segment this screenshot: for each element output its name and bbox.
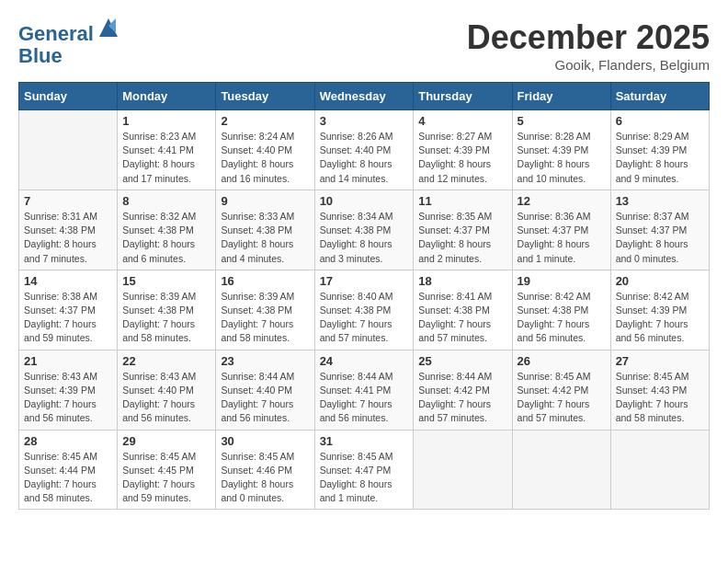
logo: General Blue: [18, 18, 121, 67]
day-info: Sunrise: 8:38 AM Sunset: 4:37 PM Dayligh…: [24, 290, 112, 346]
calendar-table: SundayMondayTuesdayWednesdayThursdayFrid…: [18, 82, 710, 510]
calendar-cell: 21Sunrise: 8:43 AM Sunset: 4:39 PM Dayli…: [19, 350, 118, 430]
calendar-cell: 4Sunrise: 8:27 AM Sunset: 4:39 PM Daylig…: [414, 110, 512, 190]
day-number: 20: [616, 274, 704, 288]
calendar-cell: 31Sunrise: 8:45 AM Sunset: 4:47 PM Dayli…: [314, 430, 414, 510]
calendar-cell: 11Sunrise: 8:35 AM Sunset: 4:37 PM Dayli…: [414, 190, 512, 270]
title-block: December 2025 Gooik, Flanders, Belgium: [467, 18, 710, 73]
weekday-header-wednesday: Wednesday: [314, 83, 414, 110]
calendar-cell: 7Sunrise: 8:31 AM Sunset: 4:38 PM Daylig…: [19, 190, 118, 270]
day-info: Sunrise: 8:42 AM Sunset: 4:39 PM Dayligh…: [616, 290, 704, 346]
day-info: Sunrise: 8:26 AM Sunset: 4:40 PM Dayligh…: [320, 130, 409, 186]
day-info: Sunrise: 8:39 AM Sunset: 4:38 PM Dayligh…: [122, 290, 210, 346]
day-number: 4: [418, 114, 506, 128]
calendar-cell: 19Sunrise: 8:42 AM Sunset: 4:38 PM Dayli…: [512, 270, 610, 350]
month-title: December 2025: [467, 18, 710, 57]
calendar-cell: 9Sunrise: 8:33 AM Sunset: 4:38 PM Daylig…: [216, 190, 314, 270]
day-number: 26: [518, 354, 606, 368]
calendar-cell: [512, 430, 610, 510]
day-number: 6: [616, 114, 704, 128]
calendar-week-2: 7Sunrise: 8:31 AM Sunset: 4:38 PM Daylig…: [19, 190, 710, 270]
day-number: 27: [616, 354, 704, 368]
page-header: General Blue December 2025 Gooik, Flande…: [18, 18, 710, 73]
weekday-header-sunday: Sunday: [19, 83, 118, 110]
day-number: 14: [24, 274, 112, 288]
day-info: Sunrise: 8:36 AM Sunset: 4:37 PM Dayligh…: [518, 210, 606, 266]
day-number: 16: [221, 274, 309, 288]
calendar-cell: 1Sunrise: 8:23 AM Sunset: 4:41 PM Daylig…: [118, 110, 216, 190]
day-number: 18: [418, 274, 506, 288]
day-number: 28: [24, 434, 112, 448]
day-info: Sunrise: 8:45 AM Sunset: 4:45 PM Dayligh…: [122, 450, 210, 506]
day-info: Sunrise: 8:32 AM Sunset: 4:38 PM Dayligh…: [122, 210, 210, 266]
calendar-cell: 24Sunrise: 8:44 AM Sunset: 4:41 PM Dayli…: [314, 350, 414, 430]
calendar-cell: 3Sunrise: 8:26 AM Sunset: 4:40 PM Daylig…: [314, 110, 414, 190]
day-info: Sunrise: 8:37 AM Sunset: 4:37 PM Dayligh…: [616, 210, 704, 266]
day-number: 29: [122, 434, 210, 448]
location: Gooik, Flanders, Belgium: [467, 57, 710, 73]
day-info: Sunrise: 8:45 AM Sunset: 4:46 PM Dayligh…: [221, 450, 309, 506]
day-number: 12: [518, 194, 606, 208]
day-info: Sunrise: 8:39 AM Sunset: 4:38 PM Dayligh…: [221, 290, 309, 346]
calendar-cell: 8Sunrise: 8:32 AM Sunset: 4:38 PM Daylig…: [118, 190, 216, 270]
day-info: Sunrise: 8:35 AM Sunset: 4:37 PM Dayligh…: [418, 210, 506, 266]
day-number: 8: [122, 194, 210, 208]
calendar-week-5: 28Sunrise: 8:45 AM Sunset: 4:44 PM Dayli…: [19, 430, 710, 510]
day-number: 31: [320, 434, 409, 448]
calendar-cell: 26Sunrise: 8:45 AM Sunset: 4:42 PM Dayli…: [512, 350, 610, 430]
calendar-cell: [414, 430, 512, 510]
calendar-cell: 6Sunrise: 8:29 AM Sunset: 4:39 PM Daylig…: [610, 110, 709, 190]
weekday-header-tuesday: Tuesday: [216, 83, 314, 110]
calendar-cell: 5Sunrise: 8:28 AM Sunset: 4:39 PM Daylig…: [512, 110, 610, 190]
logo-general: General: [18, 22, 94, 45]
day-info: Sunrise: 8:45 AM Sunset: 4:43 PM Dayligh…: [616, 370, 704, 426]
calendar-cell: 23Sunrise: 8:44 AM Sunset: 4:40 PM Dayli…: [216, 350, 314, 430]
day-info: Sunrise: 8:42 AM Sunset: 4:38 PM Dayligh…: [518, 290, 606, 346]
day-info: Sunrise: 8:43 AM Sunset: 4:40 PM Dayligh…: [122, 370, 210, 426]
day-info: Sunrise: 8:29 AM Sunset: 4:39 PM Dayligh…: [616, 130, 704, 186]
calendar-cell: 16Sunrise: 8:39 AM Sunset: 4:38 PM Dayli…: [216, 270, 314, 350]
day-info: Sunrise: 8:33 AM Sunset: 4:38 PM Dayligh…: [221, 210, 309, 266]
logo-blue: Blue: [18, 45, 121, 67]
day-info: Sunrise: 8:41 AM Sunset: 4:38 PM Dayligh…: [418, 290, 506, 346]
day-number: 30: [221, 434, 309, 448]
calendar-cell: 22Sunrise: 8:43 AM Sunset: 4:40 PM Dayli…: [118, 350, 216, 430]
calendar-week-1: 1Sunrise: 8:23 AM Sunset: 4:41 PM Daylig…: [19, 110, 710, 190]
weekday-header-friday: Friday: [512, 83, 610, 110]
day-info: Sunrise: 8:45 AM Sunset: 4:42 PM Dayligh…: [518, 370, 606, 426]
day-info: Sunrise: 8:45 AM Sunset: 4:47 PM Dayligh…: [320, 450, 409, 506]
day-info: Sunrise: 8:24 AM Sunset: 4:40 PM Dayligh…: [221, 130, 309, 186]
weekday-header-saturday: Saturday: [610, 83, 709, 110]
calendar-cell: 12Sunrise: 8:36 AM Sunset: 4:37 PM Dayli…: [512, 190, 610, 270]
day-info: Sunrise: 8:45 AM Sunset: 4:44 PM Dayligh…: [24, 450, 112, 506]
logo-icon: [96, 15, 121, 40]
day-info: Sunrise: 8:44 AM Sunset: 4:41 PM Dayligh…: [320, 370, 409, 426]
calendar-cell: 27Sunrise: 8:45 AM Sunset: 4:43 PM Dayli…: [610, 350, 709, 430]
day-number: 13: [616, 194, 704, 208]
day-number: 1: [122, 114, 210, 128]
day-number: 7: [24, 194, 112, 208]
day-info: Sunrise: 8:40 AM Sunset: 4:38 PM Dayligh…: [320, 290, 409, 346]
calendar-cell: 2Sunrise: 8:24 AM Sunset: 4:40 PM Daylig…: [216, 110, 314, 190]
day-info: Sunrise: 8:23 AM Sunset: 4:41 PM Dayligh…: [122, 130, 210, 186]
weekday-header-row: SundayMondayTuesdayWednesdayThursdayFrid…: [19, 83, 710, 110]
day-number: 25: [418, 354, 506, 368]
calendar-cell: 29Sunrise: 8:45 AM Sunset: 4:45 PM Dayli…: [118, 430, 216, 510]
weekday-header-monday: Monday: [118, 83, 216, 110]
calendar-week-3: 14Sunrise: 8:38 AM Sunset: 4:37 PM Dayli…: [19, 270, 710, 350]
day-info: Sunrise: 8:27 AM Sunset: 4:39 PM Dayligh…: [418, 130, 506, 186]
day-number: 24: [320, 354, 409, 368]
calendar-cell: 17Sunrise: 8:40 AM Sunset: 4:38 PM Dayli…: [314, 270, 414, 350]
day-info: Sunrise: 8:34 AM Sunset: 4:38 PM Dayligh…: [320, 210, 409, 266]
day-info: Sunrise: 8:31 AM Sunset: 4:38 PM Dayligh…: [24, 210, 112, 266]
calendar-cell: 18Sunrise: 8:41 AM Sunset: 4:38 PM Dayli…: [414, 270, 512, 350]
calendar-cell: 10Sunrise: 8:34 AM Sunset: 4:38 PM Dayli…: [314, 190, 414, 270]
day-number: 17: [320, 274, 409, 288]
calendar-week-4: 21Sunrise: 8:43 AM Sunset: 4:39 PM Dayli…: [19, 350, 710, 430]
weekday-header-thursday: Thursday: [414, 83, 512, 110]
day-info: Sunrise: 8:28 AM Sunset: 4:39 PM Dayligh…: [518, 130, 606, 186]
day-info: Sunrise: 8:44 AM Sunset: 4:42 PM Dayligh…: [418, 370, 506, 426]
day-number: 2: [221, 114, 309, 128]
day-number: 11: [418, 194, 506, 208]
calendar-cell: 28Sunrise: 8:45 AM Sunset: 4:44 PM Dayli…: [19, 430, 118, 510]
